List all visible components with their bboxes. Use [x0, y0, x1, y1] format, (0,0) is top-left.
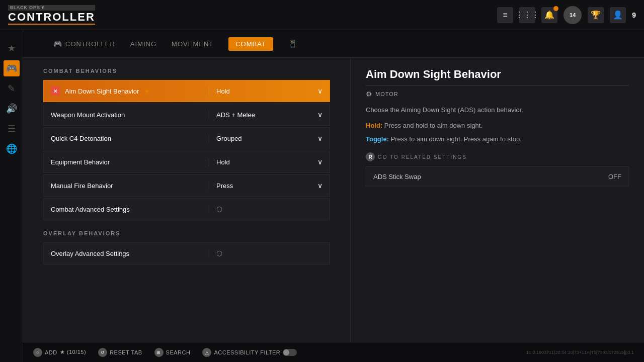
equipment-setting-value: Hold [216, 158, 313, 166]
ads-stick-swap-value: OFF [608, 173, 621, 180]
reset-icon: ↺ [98, 348, 107, 357]
manual-fire-setting-value: Press [216, 182, 313, 190]
setting-row-weapon-mount[interactable]: Weapon Mount Activation ADS + Melee ∨ [43, 104, 330, 126]
logo-area: BLACK OPS 6 CONTROLLER [8, 5, 95, 25]
tab-controller[interactable]: 🎮 CONTROLLER [53, 38, 115, 50]
top-bar: BLACK OPS 6 CONTROLLER ≡ ⋮⋮⋮ 🔔 14 🏆 👤 9 [0, 0, 644, 30]
ads-chevron-icon: ∨ [317, 87, 323, 95]
setting-row-equipment[interactable]: Equipment Behavior Hold ∨ [43, 151, 330, 173]
debug-info: 11.0.1903711|20:54:10|73+11A|Th[7393/172… [526, 350, 634, 355]
setting-row-manual-fire[interactable]: Manual Fire Behavior Press ∨ [43, 174, 330, 197]
weapon-mount-chevron-icon: ∨ [317, 111, 323, 119]
equipment-setting-name: Equipment Behavior [51, 158, 110, 166]
logo-line [8, 24, 95, 25]
reset-label: RESET TAB [110, 349, 142, 355]
sidebar-audio-icon[interactable]: 🔊 [4, 101, 20, 117]
manual-fire-setting-right: Press ∨ [209, 182, 330, 190]
equipment-setting-right: Hold ∨ [209, 158, 330, 166]
weapon-mount-setting-name: Weapon Mount Activation [51, 111, 125, 119]
manual-fire-setting-left: Manual Fire Behavior [44, 182, 209, 190]
tab-extra[interactable]: 📱 [288, 38, 297, 50]
score-circle: 14 [564, 6, 582, 24]
setting-row-overlay-advanced[interactable]: Overlay Advanced Settings ⬡ [43, 242, 330, 264]
overlay-advanced-setting-name: Overlay Advanced Settings [51, 250, 129, 257]
overlay-advanced-external-icon: ⬡ [216, 249, 222, 257]
left-panel: COMBAT BEHAVIORS ✕ Aim Down Sight Behavi… [23, 58, 350, 362]
setting-row-c4[interactable]: Quick C4 Detonation Grouped ∨ [43, 127, 330, 149]
detail-hold-note: Hold: Press and hold to aim down sight. [366, 121, 629, 131]
accessibility-toggle[interactable] [283, 349, 297, 356]
ads-setting-value: Hold [216, 87, 313, 95]
main-content: 🎮 CONTROLLER AIMING MOVEMENT COMBAT 📱 CO… [23, 30, 644, 362]
manual-fire-chevron-icon: ∨ [317, 182, 323, 190]
ads-star-icon: ★ [144, 87, 150, 95]
sidebar-network-icon[interactable]: 🌐 [4, 141, 20, 157]
notification-icon[interactable]: 🔔 [541, 7, 557, 23]
menu-icon[interactable]: ≡ [497, 7, 513, 23]
tab-aiming[interactable]: AIMING [130, 38, 156, 50]
c4-chevron-icon: ∨ [317, 134, 323, 142]
top-right-icons: ≡ ⋮⋮⋮ 🔔 14 🏆 👤 9 [497, 6, 636, 24]
search-label: SEARCH [166, 349, 191, 355]
content-area: COMBAT BEHAVIORS ✕ Aim Down Sight Behavi… [23, 58, 644, 362]
sidebar-list-icon[interactable]: ☰ [4, 121, 20, 137]
c4-setting-right: Grouped ∨ [209, 134, 330, 142]
aiming-tab-label: AIMING [130, 40, 156, 48]
related-row-ads-stick-swap[interactable]: ADS Stick Swap OFF [366, 166, 629, 187]
left-sidebar: ★ 🎮 ✎ 🔊 ☰ 🌐 [0, 30, 23, 362]
score-value: 14 [570, 12, 576, 18]
detail-toggle-note: Toggle: Press to aim down sight. Press a… [366, 134, 629, 145]
combat-advanced-external-icon: ⬡ [216, 205, 222, 213]
add-action[interactable]: ○ ADD ★ (10/15) [33, 348, 86, 357]
equipment-chevron-icon: ∨ [317, 158, 323, 166]
r-button-icon: R [366, 152, 375, 161]
profile-icon[interactable]: 👤 [610, 7, 626, 23]
motor-badge: ⚙ MOTOR [366, 90, 398, 98]
overlay-settings-list: Overlay Advanced Settings ⬡ [43, 242, 330, 264]
accessibility-icon: △ [202, 348, 211, 357]
add-icon: ○ [33, 348, 42, 357]
setting-row-ads[interactable]: ✕ Aim Down Sight Behavior ★ Hold ∨ [43, 80, 330, 102]
bottom-bar: ○ ADD ★ (10/15) ↺ RESET TAB ⊞ SEARCH △ A… [23, 342, 644, 362]
overlay-advanced-setting-right: ⬡ [209, 249, 330, 257]
ads-setting-name: Aim Down Sight Behavior [65, 87, 139, 95]
combat-behaviors-title: COMBAT BEHAVIORS [43, 68, 330, 74]
search-action[interactable]: ⊞ SEARCH [154, 348, 191, 357]
related-label: GO TO RELATED SETTINGS [378, 154, 467, 160]
ads-x-icon: ✕ [51, 86, 60, 96]
add-count: ★ (10/15) [60, 349, 86, 355]
combat-settings-list: ✕ Aim Down Sight Behavior ★ Hold ∨ Weapo… [43, 80, 330, 220]
accessibility-label: ACCESSIBILITY FILTER [214, 349, 280, 355]
sidebar-edit-icon[interactable]: ✎ [4, 80, 20, 97]
related-settings-header: R GO TO RELATED SETTINGS [366, 152, 629, 161]
c4-setting-left: Quick C4 Detonation [44, 135, 209, 142]
search-icon: ⊞ [154, 348, 164, 357]
toggle-label: Toggle: [366, 135, 389, 143]
overlay-advanced-setting-left: Overlay Advanced Settings [44, 250, 209, 257]
setting-row-combat-advanced[interactable]: Combat Advanced Settings ⬡ [43, 198, 330, 220]
combat-tab-label: COMBAT [235, 40, 266, 48]
sidebar-favorites-icon[interactable]: ★ [4, 40, 20, 56]
trophy-icon[interactable]: 🏆 [588, 7, 604, 23]
ads-setting-left: ✕ Aim Down Sight Behavior ★ [44, 86, 209, 96]
movement-tab-label: MOVEMENT [172, 40, 213, 48]
nav-tabs: 🎮 CONTROLLER AIMING MOVEMENT COMBAT 📱 [23, 30, 644, 58]
hold-desc: Press and hold to aim down sight. [384, 122, 482, 129]
accessibility-action[interactable]: △ ACCESSIBILITY FILTER [202, 348, 297, 357]
combat-advanced-setting-left: Combat Advanced Settings [44, 206, 209, 213]
tab-movement[interactable]: MOVEMENT [172, 38, 213, 50]
combat-advanced-setting-right: ⬡ [209, 205, 330, 213]
sidebar-controller-icon[interactable]: 🎮 [4, 60, 20, 76]
c4-setting-name: Quick C4 Detonation [51, 135, 111, 142]
toggle-knob [283, 349, 289, 355]
logo-bottom: CONTROLLER [8, 12, 95, 23]
notification-badge [553, 6, 558, 11]
c4-setting-value: Grouped [216, 135, 313, 142]
grid-icon[interactable]: ⋮⋮⋮ [519, 7, 535, 23]
detail-description: Choose the Aiming Down Sight (ADS) actio… [366, 105, 629, 116]
extra-tab-icon: 📱 [288, 40, 297, 48]
ads-stick-swap-name: ADS Stick Swap [373, 173, 608, 180]
reset-tab-action[interactable]: ↺ RESET TAB [98, 348, 142, 357]
tab-combat[interactable]: COMBAT [228, 37, 273, 51]
manual-fire-setting-name: Manual Fire Behavior [51, 182, 113, 190]
